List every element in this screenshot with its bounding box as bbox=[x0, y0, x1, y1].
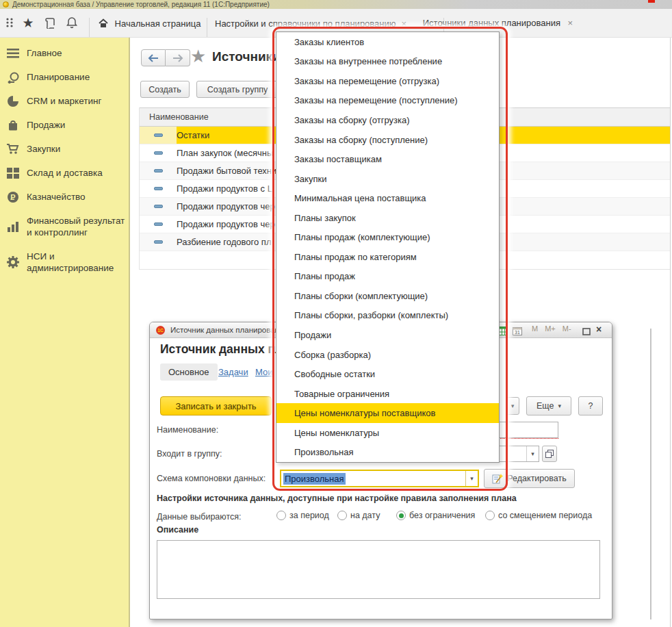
row-dash-icon bbox=[154, 205, 163, 208]
radio-na-datu[interactable]: на дату bbox=[337, 511, 380, 520]
radio-so-smescheniem[interactable]: со смещением периода bbox=[485, 511, 592, 520]
row-icon-cell bbox=[140, 127, 177, 144]
help-button[interactable]: ? bbox=[578, 396, 603, 415]
memory-button[interactable]: М bbox=[532, 324, 538, 333]
sidebar-item-label: Казначейство bbox=[27, 191, 128, 203]
dropdown-item[interactable]: Закупки bbox=[276, 169, 499, 189]
dropdown-item[interactable]: Заказы на сборку (отгрузка) bbox=[276, 110, 499, 130]
sidebar-item-main[interactable]: Главное bbox=[0, 41, 129, 65]
calendar-icon[interactable]: 31 bbox=[513, 326, 522, 338]
sidebar-item-financial-result[interactable]: Финансовый результат и контроллинг bbox=[0, 209, 129, 244]
row-dash-icon bbox=[154, 169, 163, 172]
chevron-down-icon[interactable]: ▾ bbox=[526, 446, 539, 461]
dropdown-item[interactable]: Минимальная цена поставщика bbox=[276, 188, 499, 208]
svg-text:Р: Р bbox=[10, 193, 15, 201]
favorites-star-icon[interactable]: ★ bbox=[21, 15, 36, 30]
dropdown-item-highlighted[interactable]: Цены номенклатуры поставщиков bbox=[276, 403, 499, 423]
dropdown-item[interactable]: Заказы на перемещение (отгрузка) bbox=[276, 71, 499, 91]
dialog-title: Источник данных планировани bbox=[170, 326, 283, 334]
dropdown-item[interactable]: Произвольная bbox=[276, 442, 499, 462]
forward-button[interactable] bbox=[166, 49, 190, 66]
history-scroll-icon[interactable] bbox=[42, 15, 57, 30]
memory-plus-button[interactable]: М+ bbox=[545, 324, 556, 333]
dropdown-item[interactable]: Заказы на внутреннее потребление bbox=[276, 52, 499, 72]
memory-minus-button[interactable]: М- bbox=[563, 324, 571, 333]
sidebar-item-planning[interactable]: Планирование bbox=[0, 65, 129, 89]
sidebar-item-label: CRM и маркетинг bbox=[27, 95, 128, 107]
sidebar-item-master-data-admin[interactable]: НСИ и администрирование bbox=[0, 244, 129, 280]
close-button-fragment[interactable] bbox=[648, 0, 655, 3]
sidebar-item-label: НСИ и администрирование bbox=[27, 251, 128, 274]
window-edge bbox=[670, 38, 671, 627]
favorite-star-icon[interactable]: ★ bbox=[190, 46, 206, 67]
dropdown-item[interactable]: Заказы клиентов bbox=[276, 32, 499, 52]
sidebar-item-label: Финансовый результат и контроллинг bbox=[27, 215, 128, 238]
radio-icon bbox=[337, 511, 347, 520]
menu-icon bbox=[5, 47, 21, 60]
dialog-tab-label: Задачи bbox=[218, 367, 248, 377]
tab-home[interactable]: Начальная страница bbox=[90, 9, 207, 38]
more-button-label: Еще bbox=[537, 401, 554, 411]
open-button[interactable] bbox=[542, 446, 557, 462]
tab-close-icon[interactable]: × bbox=[567, 18, 573, 28]
back-button[interactable] bbox=[141, 49, 166, 66]
dropdown-item[interactable]: Продажи bbox=[276, 325, 499, 345]
row-icon-cell bbox=[140, 144, 177, 162]
dialog-tab-label: Мои bbox=[255, 367, 272, 377]
dropdown-item[interactable]: Планы сборки, разборки (комплекты) bbox=[276, 306, 499, 326]
row-label: Разбиение годового пл bbox=[177, 237, 272, 247]
tab-label: Начальная страница bbox=[115, 18, 201, 29]
row-label: План закупок (месячны bbox=[177, 148, 273, 158]
maximize-icon[interactable] bbox=[582, 326, 591, 338]
chevron-down-icon: ▾ bbox=[558, 402, 561, 409]
dropdown-item[interactable]: Заказы поставщикам bbox=[276, 149, 499, 169]
create-button[interactable]: Создать bbox=[140, 81, 190, 98]
radio-label: на дату bbox=[350, 511, 380, 520]
row-label: Остатки bbox=[177, 130, 209, 140]
dialog-tab-label: Основное bbox=[168, 367, 209, 377]
sidebar-item-crm-marketing[interactable]: CRM и маркетинг bbox=[0, 89, 129, 113]
dropdown-item[interactable]: Заказы на сборку (поступление) bbox=[276, 130, 499, 150]
sidebar-item-purchases[interactable]: Закупки bbox=[0, 137, 129, 161]
radio-za-period[interactable]: за период bbox=[276, 511, 329, 520]
warehouse-icon bbox=[5, 166, 21, 180]
radio-label: за период bbox=[289, 511, 329, 520]
dropdown-item[interactable]: Заказы на перемещение (поступление) bbox=[276, 91, 499, 111]
dialog-tab-main[interactable]: Основное bbox=[160, 363, 218, 381]
radio-icon bbox=[485, 511, 495, 520]
scheme-field-label: Схема компоновки данных: bbox=[157, 474, 266, 483]
radio-bez-ogranicheniya[interactable]: без ограничения bbox=[396, 511, 475, 520]
dialog-tab-tasks[interactable]: Задачи bbox=[218, 367, 248, 377]
dropdown-item[interactable]: Планы продаж по категориям bbox=[276, 247, 499, 267]
more-button[interactable]: Еще ▾ bbox=[526, 396, 571, 415]
description-textarea[interactable] bbox=[157, 540, 600, 599]
grid-menu-icon[interactable] bbox=[3, 15, 18, 30]
notifications-bell-icon[interactable] bbox=[64, 15, 79, 30]
dropdown-item[interactable]: Планы сборки (комплектующие) bbox=[276, 286, 499, 306]
dropdown-item[interactable]: Товарные ограничения bbox=[276, 384, 499, 404]
dropdown-item[interactable]: Цены номенклатуры bbox=[276, 423, 499, 443]
row-label: Продажи продуктов чер bbox=[177, 219, 275, 229]
sidebar: Главное Планирование CRM и маркетинг Про… bbox=[0, 38, 130, 627]
dropdown-item[interactable]: Планы продаж (комплектующие) bbox=[276, 227, 499, 247]
dropdown-item[interactable]: Планы закупок bbox=[276, 208, 499, 228]
row-label: Продажи бытовой техни bbox=[177, 166, 276, 176]
create-group-button[interactable]: Создать группу bbox=[196, 81, 279, 98]
dropdown-item[interactable]: Сборка (разборка) bbox=[276, 345, 499, 365]
split-dropdown-button[interactable]: ▾ bbox=[506, 397, 519, 415]
description-label: Описание bbox=[157, 525, 198, 535]
sidebar-item-treasury[interactable]: Р Казначейство bbox=[0, 185, 129, 209]
scheme-dropdown-list: Заказы клиентов Заказы на внутреннее пот… bbox=[276, 31, 500, 463]
dialog-tab-my[interactable]: Мои bbox=[255, 367, 272, 377]
window-title: Демонстрационная база / Управление торго… bbox=[12, 1, 270, 8]
close-icon[interactable]: × bbox=[596, 324, 602, 335]
row-icon-cell bbox=[140, 162, 177, 179]
row-dash-icon bbox=[154, 222, 163, 226]
dropdown-item[interactable]: Свободные остатки bbox=[276, 364, 499, 384]
dropdown-item[interactable]: Планы продаж bbox=[276, 267, 499, 287]
gear-icon bbox=[5, 255, 21, 269]
dialog-heading: Источник данных пл bbox=[160, 342, 283, 357]
sidebar-item-sales[interactable]: Продажи bbox=[0, 113, 129, 137]
save-and-close-button[interactable]: Записать и закрыть bbox=[160, 396, 272, 415]
sidebar-item-warehouse-delivery[interactable]: Склад и доставка bbox=[0, 161, 129, 185]
